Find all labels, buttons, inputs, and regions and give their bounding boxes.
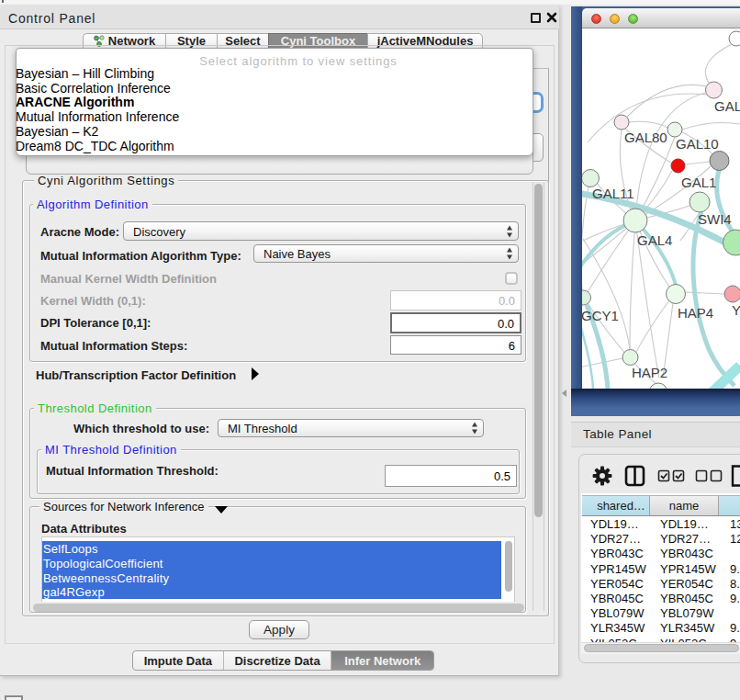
svg-text:HAP4: HAP4 [678, 305, 713, 321]
svg-text:GAL1: GAL1 [681, 175, 716, 190]
svg-text:GAL11: GAL11 [592, 186, 634, 201]
svg-text:GCY1: GCY1 [582, 308, 619, 323]
svg-text:HAP2: HAP2 [632, 365, 667, 380]
svg-text:GAL4: GAL4 [637, 232, 672, 248]
svg-text:GAL80: GAL80 [624, 130, 667, 145]
svg-text:GAL10: GAL10 [676, 136, 719, 152]
svg-text:Y: Y [732, 302, 740, 318]
svg-text:GAL7: GAL7 [714, 98, 740, 114]
svg-text:SWI4: SWI4 [698, 211, 732, 227]
